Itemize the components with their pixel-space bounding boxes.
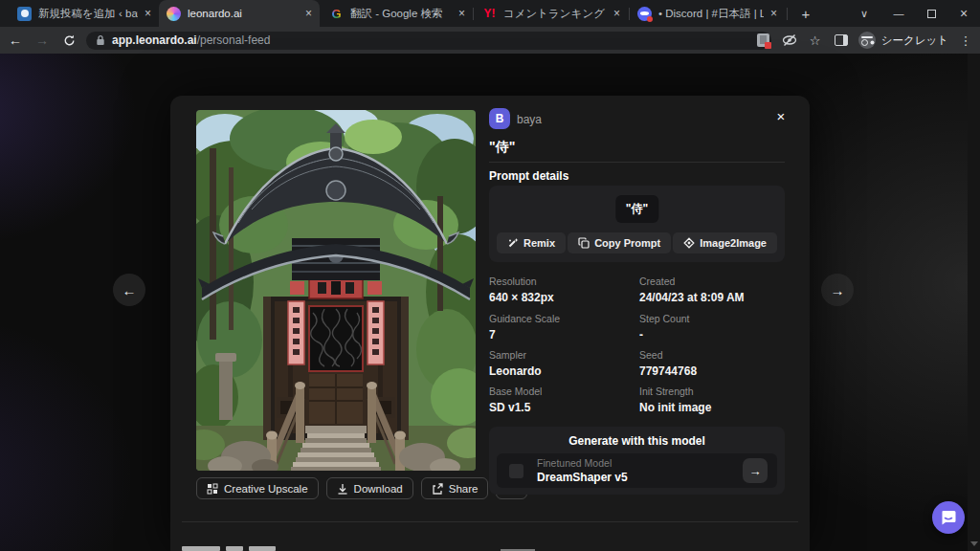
tab-title: • Discord | #日本語 | Leonard <box>658 7 764 21</box>
tab-google-translate[interactable]: G 翻訳 - Google 検索 × <box>322 0 473 27</box>
tab-yahoo-comments[interactable]: Y! コメントランキング（総合） - Yah × <box>475 0 628 27</box>
tab-close-icon[interactable]: × <box>145 8 151 19</box>
detail-init-strength: Init StrengthNo init image <box>639 386 785 414</box>
tab-close-icon[interactable]: × <box>770 8 777 19</box>
prompt-text: "侍" <box>615 195 658 223</box>
maximize-icon <box>927 10 936 18</box>
detail-resolution: Resolution640 × 832px <box>489 276 635 304</box>
download-icon <box>337 483 348 495</box>
tab-separator <box>473 8 474 20</box>
tab-close-icon[interactable]: × <box>458 8 465 19</box>
download-button[interactable]: Download <box>326 477 413 499</box>
yahoo-favicon: Y! <box>482 7 497 21</box>
url-host: app.leonardo.ai <box>112 33 197 47</box>
discord-favicon <box>637 7 652 21</box>
image-detail-modal: Creative Upscale Download Share ••• B ba… <box>170 96 810 551</box>
share-button[interactable]: Share <box>421 477 489 499</box>
leonardo-favicon <box>167 7 181 21</box>
username[interactable]: baya <box>517 113 542 126</box>
next-image-button[interactable]: → <box>821 274 854 306</box>
minimize-button[interactable]: — <box>884 0 913 27</box>
image2image-button[interactable]: Image2Image <box>673 232 777 253</box>
new-tab-button[interactable]: + <box>794 2 817 25</box>
chat-widget-button[interactable] <box>932 501 965 534</box>
copy-icon <box>578 237 590 249</box>
tab-wordpress[interactable]: 新規投稿を追加 ‹ baya884 — × <box>10 0 159 27</box>
generate-panel: Generate with this model Finetuned Model… <box>489 427 785 495</box>
prompt-panel: "侍" Remix Copy Prompt Image2Image <box>489 186 785 262</box>
detail-base-model: Base ModelSD v1.5 <box>489 386 635 414</box>
model-card[interactable]: Finetuned Model DreamShaper v5 → <box>497 453 777 488</box>
url-path: /personal-feed <box>197 33 271 47</box>
prompt-buttons: Remix Copy Prompt Image2Image <box>497 232 777 253</box>
generation-title: "侍" <box>489 139 515 156</box>
google-favicon: G <box>329 7 344 21</box>
generate-arrow-button[interactable]: → <box>743 458 768 483</box>
avatar[interactable]: B <box>489 108 510 129</box>
lock-icon <box>96 34 105 46</box>
chat-bubble-icon <box>940 509 957 526</box>
tab-separator <box>787 8 788 20</box>
detail-step-count: Step Count- <box>639 313 785 342</box>
share-icon <box>432 483 443 495</box>
toolbar-right-icons: ☆ シークレット ⋮ <box>755 27 978 54</box>
eye-slash-icon[interactable] <box>781 32 798 49</box>
side-panel-icon[interactable] <box>833 32 850 49</box>
model-thumbnail <box>509 464 523 478</box>
tab-close-icon[interactable]: × <box>305 8 312 19</box>
incognito-label: シークレット <box>881 33 948 48</box>
extension-clipboard-icon[interactable] <box>755 32 772 49</box>
remix-button[interactable]: Remix <box>497 232 566 253</box>
clipped-section-heading <box>182 546 276 551</box>
generate-heading: Generate with this model <box>489 434 785 448</box>
tab-discord[interactable]: • Discord | #日本語 | Leonard × <box>630 0 785 27</box>
prompt-details-heading: Prompt details <box>489 169 568 183</box>
tab-search-chevron-icon[interactable]: ∨ <box>850 0 879 27</box>
copy-prompt-button[interactable]: Copy Prompt <box>568 232 671 253</box>
tab-leonardo[interactable]: leonardo.ai × <box>159 0 320 27</box>
tab-title: 新規投稿を追加 ‹ baya884 — <box>38 7 138 21</box>
back-button[interactable]: ← <box>4 29 27 52</box>
detail-guidance-scale: Guidance Scale7 <box>489 313 635 342</box>
tab-separator <box>629 8 630 20</box>
browser-window: 新規投稿を追加 ‹ baya884 — × leonardo.ai × G 翻訳… <box>0 0 980 551</box>
maximize-button[interactable] <box>917 0 946 27</box>
page-viewport: Creative Upscale Download Share ••• B ba… <box>0 54 980 551</box>
bookmark-star-icon[interactable]: ☆ <box>807 32 824 49</box>
remix-wand-icon <box>507 237 519 249</box>
page-scrollbar[interactable] <box>968 54 980 551</box>
forward-button[interactable]: → <box>31 29 54 52</box>
creative-upscale-icon <box>207 483 218 495</box>
tab-title: 翻訳 - Google 検索 <box>350 7 452 21</box>
incognito-badge[interactable]: シークレット <box>858 32 948 49</box>
reload-icon <box>63 34 76 47</box>
browser-toolbar: ← → app.leonardo.ai/personal-feed ☆ シークレ… <box>0 27 980 54</box>
image-action-bar: Creative Upscale Download Share ••• <box>196 477 527 499</box>
scrollbar-down-arrow-icon[interactable] <box>970 541 978 546</box>
detail-sampler: SamplerLeonardo <box>489 349 635 378</box>
incognito-icon <box>858 32 876 49</box>
reload-button[interactable] <box>57 29 80 52</box>
tab-title: コメントランキング（総合） - Yah <box>503 7 607 21</box>
divider <box>489 162 785 163</box>
browser-menu-icon[interactable]: ⋮ <box>957 32 974 49</box>
generated-image <box>196 110 476 471</box>
wordpress-favicon <box>17 7 32 21</box>
modal-close-button[interactable]: × <box>771 106 791 125</box>
tab-close-icon[interactable]: × <box>613 8 620 19</box>
image2image-icon <box>683 237 695 249</box>
tab-title: leonardo.ai <box>188 8 299 19</box>
creative-upscale-button[interactable]: Creative Upscale <box>196 477 319 499</box>
window-close-button[interactable]: × <box>949 0 978 27</box>
address-bar[interactable]: app.leonardo.ai/personal-feed <box>86 32 771 50</box>
model-type: Finetuned Model <box>537 457 628 469</box>
detail-seed: Seed779744768 <box>639 349 785 378</box>
detail-created: Created24/04/23 at 8:09 AM <box>639 276 785 304</box>
tab-strip: 新規投稿を追加 ‹ baya884 — × leonardo.ai × G 翻訳… <box>0 0 980 27</box>
model-name: DreamShaper v5 <box>537 471 628 484</box>
divider <box>182 521 798 522</box>
previous-image-button[interactable]: ← <box>113 274 145 306</box>
